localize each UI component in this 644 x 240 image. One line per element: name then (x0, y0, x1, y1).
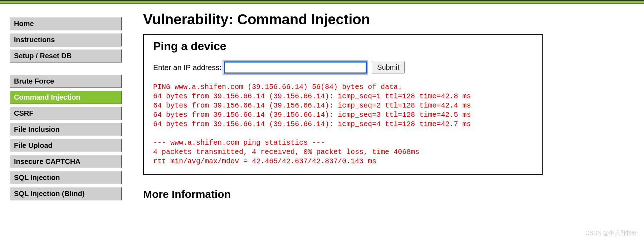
nav-item-brute-force[interactable]: Brute Force (10, 75, 122, 88)
nav-item-sql-injection[interactable]: SQL Injection (10, 171, 122, 184)
nav-item-home[interactable]: Home (10, 17, 122, 30)
more-information-heading: More Information (143, 188, 633, 200)
ip-label: Enter an IP address: (153, 63, 221, 72)
sidebar: Home Instructions Setup / Reset DB Brute… (0, 10, 125, 212)
nav-group-main: Home Instructions Setup / Reset DB (10, 17, 125, 62)
nav-item-insecure-captcha[interactable]: Insecure CAPTCHA (10, 155, 122, 168)
page-container: Home Instructions Setup / Reset DB Brute… (0, 4, 644, 212)
nav-item-file-upload[interactable]: File Upload (10, 139, 122, 152)
nav-item-command-injection[interactable]: Command Injection (10, 91, 122, 104)
ping-output: PING www.a.shifen.com (39.156.66.14) 56(… (153, 82, 533, 166)
nav-item-setup-reset-db[interactable]: Setup / Reset DB (10, 49, 122, 62)
nav-item-file-inclusion[interactable]: File Inclusion (10, 123, 122, 136)
main-content: Vulnerability: Command Injection Ping a … (125, 10, 644, 212)
nav-item-csrf[interactable]: CSRF (10, 107, 122, 120)
nav-group-vulns: Brute Force Command Injection CSRF File … (10, 75, 125, 200)
page-title: Vulnerability: Command Injection (143, 11, 633, 28)
accent-top-bar (0, 0, 644, 4)
panel-title: Ping a device (153, 40, 533, 53)
ping-form: Enter an IP address: Submit (153, 61, 533, 74)
nav-item-instructions[interactable]: Instructions (10, 33, 122, 46)
submit-button[interactable]: Submit (372, 61, 405, 74)
ip-input[interactable] (224, 61, 367, 74)
ping-panel: Ping a device Enter an IP address: Submi… (143, 34, 543, 175)
nav-item-sql-injection-blind[interactable]: SQL Injection (Blind) (10, 187, 122, 200)
